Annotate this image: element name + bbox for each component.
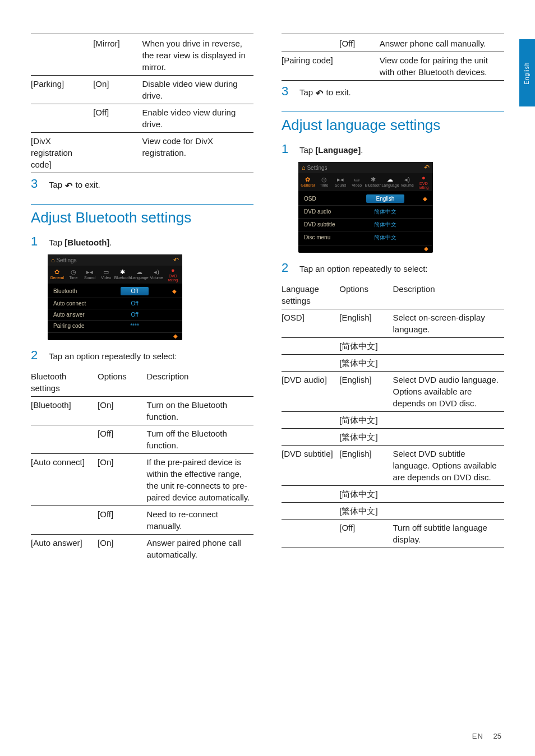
cell: [Parking]: [31, 76, 93, 104]
cell: [31, 35, 93, 76]
screenshot-list-row: DVD subtitle简体中文: [298, 218, 433, 231]
step-number: 3: [31, 177, 41, 191]
cell: [Off]: [339, 519, 393, 548]
cell: [282, 428, 339, 445]
cell: [简体中文]: [339, 411, 393, 428]
cell: [339, 52, 379, 81]
down-arrow-icon: ◆: [173, 333, 178, 338]
general-options-table: [Mirror] When you drive in reverse, the …: [31, 35, 253, 173]
back-icon: ↶: [64, 180, 73, 192]
cell: [Off]: [339, 35, 379, 52]
step-2-tap-option: 2 Tap an option repeatedly to select:: [31, 348, 253, 363]
step-1-tap-language: 1 Tap [Language].: [282, 142, 504, 156]
back-icon: ↶: [315, 87, 324, 99]
cell: [English]: [339, 445, 393, 485]
home-icon: ⌂: [51, 257, 55, 263]
back-icon: ↶: [424, 164, 430, 171]
cell: Disable video view during drive.: [142, 76, 253, 104]
footer-lang: EN: [472, 732, 483, 740]
screenshot-tab-icon: ▭Video: [349, 177, 365, 187]
step-text: Tap ↶ to exit.: [299, 87, 504, 99]
col-header: Bluetooth settings: [31, 368, 98, 397]
cell: Enable video view during drive.: [142, 104, 253, 133]
cell: [繁体中文]: [339, 354, 393, 371]
down-arrow-icon: ◆: [424, 245, 428, 251]
cell: Turn off subtitle language display.: [393, 519, 504, 548]
home-icon: ⌂: [302, 164, 306, 171]
screenshot-tab-icon: ▭Video: [98, 269, 114, 280]
col-header: Language settings: [282, 281, 339, 309]
cell: [282, 411, 339, 428]
page-content: [Mirror] When you drive in reverse, the …: [0, 0, 535, 579]
step-2-tap-option: 2 Tap an option repeatedly to select:: [282, 261, 504, 275]
screenshot-tab-icon: ☁Language: [381, 177, 399, 187]
cell: [93, 133, 142, 173]
cell: Turn off the Bluetooth function.: [146, 425, 253, 453]
cell: [On]: [98, 396, 146, 425]
cell: View code for DivX registration.: [142, 133, 253, 173]
cell: [繁体中文]: [339, 502, 393, 519]
cell: [Off]: [98, 505, 146, 534]
cell: [Auto answer]: [31, 534, 98, 563]
col-header: Options: [339, 281, 393, 309]
step-text: Tap [Language].: [299, 145, 504, 155]
cell: [Bluetooth]: [31, 396, 98, 425]
cell: [282, 337, 339, 354]
cell: [282, 519, 339, 548]
cell: Answer paired phone call automatically.: [146, 534, 253, 563]
screenshot-tab-icon: ▸◂Sound: [81, 269, 98, 280]
footer-page-number: 25: [494, 732, 501, 740]
cell: [On]: [98, 453, 146, 505]
cell: [简体中文]: [339, 485, 393, 502]
step-text: Tap an option repeatedly to select:: [299, 264, 504, 273]
screenshot-title: Settings: [307, 165, 327, 171]
screenshot-title: Settings: [56, 257, 76, 263]
cell: [DivX registration code]: [31, 133, 93, 173]
cell: [31, 505, 98, 534]
cell: [English]: [339, 371, 393, 411]
cell: [Off]: [93, 104, 142, 133]
step-text: Tap ↶ to exit.: [49, 180, 253, 192]
language-tab: English: [519, 39, 535, 106]
cell: Select on-screen-display language.: [393, 309, 504, 337]
col-header: Description: [393, 281, 504, 309]
screenshot-tab-icon: ◷Time: [316, 177, 332, 187]
screenshot-tab-icon: ●DVD rating: [165, 267, 181, 282]
col-header: Description: [146, 368, 253, 397]
col-header: Options: [98, 368, 146, 397]
screenshot-list-row: OSDEnglish◆: [298, 192, 433, 205]
cell: [393, 411, 504, 428]
cell: Select DVD audio language. Options avail…: [393, 371, 504, 411]
screenshot-tab-icon: ✿General: [299, 177, 316, 187]
cell: [DVD audio]: [282, 371, 339, 411]
cell: [393, 337, 504, 354]
step-3-exit: 3 Tap ↶ to exit.: [31, 177, 253, 192]
screenshot-list: BluetoothOff◆Auto connectOffAuto answerO…: [48, 284, 182, 332]
screenshot-list-row: Auto connectOff: [48, 298, 182, 309]
screenshot-list: OSDEnglish◆DVD audio简体中文DVD subtitle简体中文…: [298, 191, 433, 245]
screenshot-list-row: DVD audio简体中文: [298, 205, 433, 218]
screenshot-tab-icon: ✱Bluetooth: [365, 177, 382, 187]
step-1-tap-bluetooth: 1 Tap [Bluetooth].: [31, 234, 253, 249]
step-text: Tap [Bluetooth].: [49, 238, 253, 247]
cell: [On]: [93, 76, 142, 104]
left-column: [Mirror] When you drive in reverse, the …: [31, 34, 253, 563]
step-number: 2: [31, 348, 41, 363]
screenshot-tab-icon: ✱Bluetooth: [114, 269, 131, 280]
cell: Turn on the Bluetooth function.: [146, 396, 253, 425]
bluetooth-options-table: Bluetooth settings Options Description […: [31, 368, 253, 563]
screenshot-list-row: BluetoothOff◆: [48, 285, 182, 298]
step-number: 1: [282, 142, 292, 156]
cell: [OSD]: [282, 309, 339, 337]
section-language-heading: Adjust language settings: [282, 117, 504, 134]
screenshot-tab-icon: ✿General: [49, 269, 65, 280]
section-bluetooth-heading: Adjust Bluetooth settings: [31, 209, 253, 226]
screenshot-list-row: Disc menu简体中文: [298, 231, 433, 244]
screenshot-bluetooth-settings: ⌂ Settings ↶ ✿General◷Time▸◂Sound▭Video✱…: [48, 254, 182, 340]
screenshot-tab-row: ✿General◷Time▸◂Sound▭Video✱Bluetooth☁Lan…: [298, 173, 433, 191]
screenshot-tab-icon: ●DVD rating: [416, 175, 432, 189]
language-options-table: Language settings Options Description [O…: [282, 281, 504, 548]
cell: [393, 354, 504, 371]
cell: [31, 104, 93, 133]
cell: If the pre-paired device is within the e…: [146, 453, 253, 505]
